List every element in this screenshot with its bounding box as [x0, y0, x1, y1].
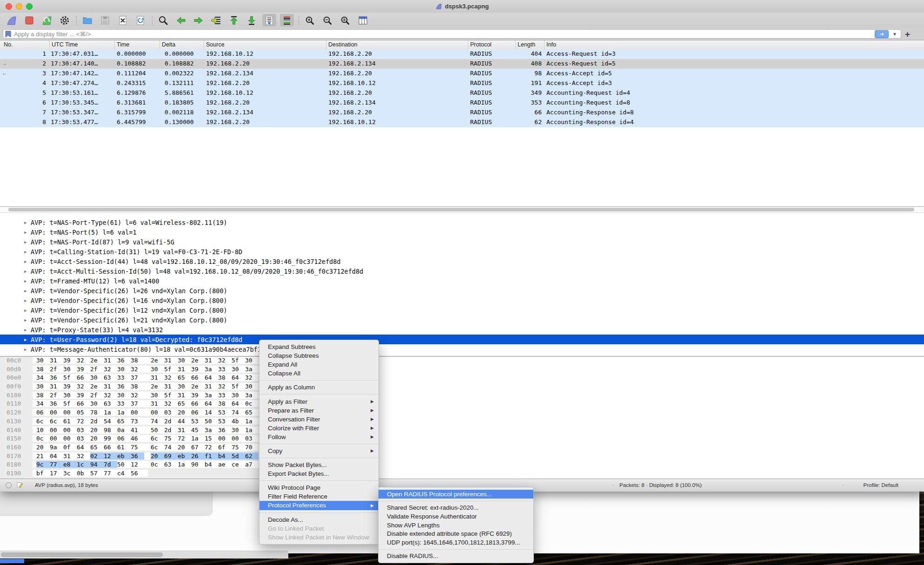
- hex-byte[interactable]: 3a: [245, 392, 259, 399]
- expand-triangle-icon[interactable]: ▶: [24, 298, 31, 303]
- hex-byte[interactable]: 30: [245, 383, 259, 390]
- hex-row[interactable]: 00e034365f66306333373132656664386432: [0, 374, 259, 383]
- submenu-item-udp-port-s-1645-1646-1700-1812-1813-3799[interactable]: UDP port(s): 1645,1646,1700,1812,1813,37…: [379, 538, 533, 547]
- hex-byte[interactable]: 3a: [205, 427, 218, 434]
- hex-byte[interactable]: 03: [164, 409, 178, 416]
- hex-byte[interactable]: 31: [104, 357, 117, 364]
- hex-byte[interactable]: 00: [232, 435, 245, 442]
- hex-byte[interactable]: 32: [245, 374, 259, 381]
- hex-byte[interactable]: 30: [245, 357, 259, 364]
- hex-row[interactable]: 01401000000320980a41502d31453a36301a: [0, 427, 259, 435]
- menu-item-filter-field-reference[interactable]: Filter Field Reference: [259, 492, 379, 501]
- hex-byte[interactable]: 53: [218, 409, 232, 416]
- hex-byte[interactable]: 30: [90, 400, 104, 407]
- hex-byte[interactable]: 61: [117, 444, 131, 451]
- hex-byte[interactable]: 74: [232, 409, 245, 416]
- hex-byte[interactable]: 78: [90, 409, 104, 416]
- hex-byte[interactable]: 38: [36, 392, 50, 399]
- hex-byte[interactable]: 02: [90, 453, 104, 460]
- hex-byte[interactable]: 32: [104, 366, 117, 373]
- restart-capture-icon[interactable]: [40, 14, 54, 26]
- first-packet-icon[interactable]: [227, 14, 241, 26]
- hex-byte[interactable]: 31: [104, 383, 117, 390]
- hex-byte[interactable]: f1: [205, 453, 218, 460]
- hex-byte[interactable]: 2e: [191, 383, 205, 390]
- stop-capture-icon[interactable]: [22, 14, 36, 26]
- go-to-packet-icon[interactable]: [209, 14, 223, 26]
- open-file-icon[interactable]: [80, 14, 94, 26]
- hex-row[interactable]: 01500c000003209906466c75721a15000003: [0, 435, 259, 444]
- hex-byte[interactable]: 1a: [104, 409, 117, 416]
- hex-byte[interactable]: b4: [218, 453, 232, 460]
- hex-byte[interactable]: 2e: [151, 383, 164, 390]
- hex-byte[interactable]: 31: [151, 400, 164, 407]
- menu-item-apply-as-column[interactable]: Apply as Column: [259, 383, 379, 392]
- hex-byte[interactable]: 77: [104, 470, 117, 477]
- hex-byte[interactable]: 64: [205, 374, 218, 381]
- column-header-time[interactable]: Time: [115, 40, 160, 49]
- hex-byte[interactable]: 21: [36, 453, 50, 460]
- hex-byte[interactable]: 1a: [191, 435, 205, 442]
- hex-byte[interactable]: 32: [104, 392, 117, 399]
- hex-byte[interactable]: 38: [218, 374, 232, 381]
- hex-byte[interactable]: 39: [191, 392, 205, 399]
- status-profile[interactable]: Profile: Default: [864, 482, 898, 488]
- menu-item-show-packet-bytes[interactable]: Show Packet Bytes...: [259, 460, 379, 469]
- hex-byte[interactable]: 6f: [218, 444, 232, 451]
- hex-byte[interactable]: 33: [117, 400, 131, 407]
- hex-byte[interactable]: 36: [131, 453, 144, 460]
- hex-byte[interactable]: 04: [50, 453, 63, 460]
- hex-byte[interactable]: 2d: [164, 418, 178, 425]
- hex-byte[interactable]: 1c: [77, 461, 90, 468]
- hex-byte[interactable]: 37: [131, 400, 144, 407]
- hex-byte[interactable]: 38: [218, 400, 232, 407]
- hex-byte[interactable]: 3c: [63, 470, 77, 477]
- hex-byte[interactable]: 54: [104, 418, 117, 425]
- hex-byte[interactable]: 57: [90, 470, 104, 477]
- hex-byte[interactable]: 1a: [178, 461, 191, 468]
- hex-byte[interactable]: 64: [205, 400, 218, 407]
- hex-byte[interactable]: 72: [77, 418, 90, 425]
- hex-byte[interactable]: 31: [178, 366, 191, 373]
- hex-byte[interactable]: 00: [50, 409, 63, 416]
- menu-item-decode-as[interactable]: Decode As...: [259, 515, 379, 524]
- resize-columns-icon[interactable]: [356, 14, 370, 26]
- menu-item-conversation-filter[interactable]: Conversation Filter▶: [259, 415, 379, 424]
- hex-byte[interactable]: 03: [77, 427, 90, 434]
- column-header-info[interactable]: Info: [545, 40, 924, 49]
- hex-byte[interactable]: 45: [191, 427, 205, 434]
- hex-row[interactable]: 01809c77e81c947d50120c631a90b4aecea7: [0, 461, 259, 470]
- column-header-utc-time[interactable]: UTC Time: [50, 40, 115, 49]
- detail-row[interactable]: ▶AVP: t=Called-Station-Id(30) l=33 val=D…: [0, 213, 924, 217]
- hex-byte[interactable]: 00: [50, 435, 63, 442]
- hex-byte[interactable]: 32: [77, 453, 90, 460]
- hex-byte[interactable]: 64: [232, 400, 245, 407]
- column-header-source[interactable]: Source: [204, 40, 326, 49]
- submenu-item-disable-extended-attribute-space-rfc-6929[interactable]: Disable extended attribute space (RFC 69…: [379, 529, 533, 538]
- hex-byte[interactable]: 36: [50, 400, 63, 407]
- hex-byte[interactable]: 31: [178, 427, 191, 434]
- hex-byte[interactable]: 30: [63, 392, 77, 399]
- hex-byte[interactable]: 50: [117, 461, 131, 468]
- hex-byte[interactable]: 1a: [245, 418, 259, 425]
- hex-byte[interactable]: e8: [63, 461, 77, 468]
- hex-byte[interactable]: 20: [90, 427, 104, 434]
- detail-row[interactable]: ▶AVP: t=NAS-Port(5) l=6 val=1: [0, 227, 924, 237]
- hex-byte[interactable]: 30: [232, 366, 245, 373]
- hex-byte[interactable]: 63: [104, 400, 117, 407]
- hex-byte[interactable]: 0c: [245, 400, 259, 407]
- packet-row[interactable]: 317:30:47.142…0.1112040.002322192.168.2.…: [0, 69, 924, 79]
- submenu-item-disable-radius[interactable]: Disable RADIUS...: [379, 552, 533, 561]
- hex-byte[interactable]: 31: [151, 374, 164, 381]
- menu-item-protocol-preferences[interactable]: Protocol Preferences▶: [259, 501, 379, 510]
- hex-byte[interactable]: 9a: [50, 444, 63, 451]
- hex-byte[interactable]: 2e: [90, 357, 104, 364]
- packet-row[interactable]: 717:30:53.347…6.3157990.002118192.168.2.…: [0, 108, 924, 118]
- save-file-icon[interactable]: [98, 14, 112, 26]
- hex-row[interactable]: 0170210431320212eb362069eb26f1b45d62: [0, 453, 259, 461]
- hex-byte[interactable]: 30: [63, 366, 77, 373]
- menu-item-colorize-with-filter[interactable]: Colorize with Filter▶: [259, 424, 379, 433]
- submenu-item-open-radius-protocol-preferences[interactable]: Open RADIUS Protocol preferences...: [379, 490, 533, 499]
- hex-row[interactable]: 012006000005781a1a000003200614537465: [0, 409, 259, 418]
- menu-item-copy[interactable]: Copy▶: [259, 447, 379, 455]
